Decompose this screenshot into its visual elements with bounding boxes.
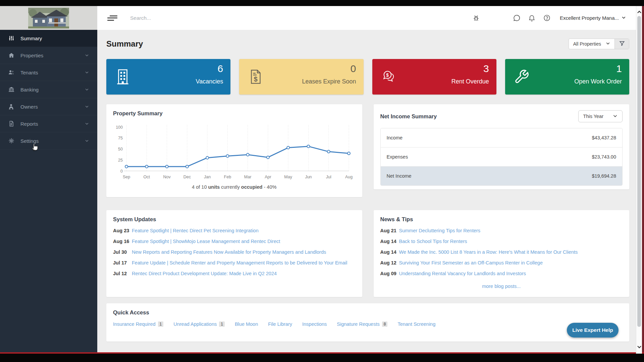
caption-percent: - 40% [262,184,276,190]
item-link[interactable]: Summer Decluttering Tips for Renters [399,227,481,234]
quick-access-unread-applications[interactable]: Unread Applications1 [173,321,225,327]
system-updates-panel: System Updates Aug 23Feature Spotlight |… [106,210,362,297]
sidebar-item-reports[interactable]: Reports [0,115,97,132]
quick-access-panel: Quick Access Insurance Required1Unread A… [106,303,629,342]
svg-text:Apr: Apr [265,175,271,179]
quick-access-inspections[interactable]: Inspections [302,321,327,327]
bank-icon [8,86,15,93]
svg-text:Sep: Sep [123,175,130,179]
help-icon[interactable] [543,14,551,22]
panels-row-2: System Updates Aug 23Feature Spotlight |… [106,210,629,297]
count-badge: 1 [158,321,164,327]
item-link[interactable]: We Made the Inc. 5000 List 8 Years in a … [399,249,578,255]
company-logo [0,6,97,30]
row-value: $43,437.28 [592,135,616,140]
list-item: Aug 14We Made the Inc. 5000 List 8 Years… [380,249,623,255]
svg-text:50: 50 [118,147,123,152]
chevron-down-icon [85,87,89,92]
card-value: 0 [351,63,356,74]
sidebar: SummaryPropertiesTenantsBankingOwnersRep… [0,6,97,352]
home-icon [8,52,15,59]
item-link[interactable]: Feature Update | Schedule Renter and Pro… [132,259,347,266]
item-link[interactable]: Back to School Tips for Renters [399,238,467,245]
card-open-work-order[interactable]: 1Open Work Order [505,59,629,95]
panel-title: News & Tips [380,216,623,223]
scroll-down-arrow-icon[interactable] [637,344,642,349]
vertical-scrollbar[interactable] [636,6,642,354]
sidebar-item-summary[interactable]: Summary [0,30,97,47]
svg-text:Jan: Jan [204,175,211,179]
sidebar-item-owners[interactable]: Owners [0,98,97,115]
filter-button[interactable] [614,39,629,49]
card-label: Vacancies [196,78,223,85]
item-date: Aug 09 [380,270,399,277]
svg-text:Feb: Feb [224,175,231,179]
svg-text:Dec: Dec [183,175,191,179]
svg-text:Jul: Jul [326,175,331,179]
list-item: Aug 16Feature Spotlight | ShowMojo Lease… [113,238,356,245]
property-filter-select[interactable]: All Properties [569,39,614,49]
net-income-table: Income$43,437.28Expenses$23,743.00Net In… [380,128,623,186]
card-vacancies[interactable]: 6Vacancies [106,59,230,95]
search-input[interactable] [129,15,275,21]
row-label: Expenses [387,154,408,160]
quick-access-file-library[interactable]: File Library [268,321,292,327]
item-link[interactable]: Understanding Rental Vacancy for Landlor… [399,270,526,277]
notifications-icon[interactable] [528,14,536,22]
user-group-icon [8,103,15,110]
quick-access-signature-requests[interactable]: Signature Requests8 [337,321,387,327]
item-link[interactable]: Feature Spotlight | ShowMojo Lease Manag… [132,238,280,245]
item-link[interactable]: Feature Spotlight | Rentec Direct Pet Sc… [132,227,259,234]
sidebar-item-label: Tenants [20,70,85,75]
sidebar-item-label: Banking [20,87,85,93]
card-leases-expire-soon[interactable]: $0Leases Expire Soon [239,59,363,95]
list-item: Jul 30New Reports and Reporting Features… [113,249,356,255]
app-window: SummaryPropertiesTenantsBankingOwnersRep… [0,0,644,362]
net-income-panel: Net Income Summary This Year Income$43,4… [374,104,630,189]
svg-text:$: $ [386,73,389,78]
link-label: Inspections [302,321,327,327]
sidebar-item-label: Properties [20,53,85,58]
svg-text:Mar: Mar [244,175,252,179]
account-menu[interactable]: Excellent Property Mana... [560,15,626,21]
item-link[interactable]: Rentec Direct Product Development Update… [132,270,277,277]
sidebar-item-tenants[interactable]: Tenants [0,64,97,81]
period-select[interactable]: This Year [578,110,623,122]
card-rent-overdue[interactable]: $3Rent Overdue [372,59,496,95]
item-date: Jul 30 [113,249,132,255]
header-icons: Excellent Property Mana... [472,14,626,22]
item-link[interactable]: New Reports and Reporting Features Now A… [132,249,326,255]
quick-access-insurance-required[interactable]: Insurance Required1 [113,321,163,327]
svg-text:0: 0 [120,169,123,174]
summary-cards: 6Vacancies$0Leases Expire Soon$3Rent Ove… [106,59,629,95]
funnel-icon [619,40,625,48]
more-blog-posts-link[interactable]: more blog posts... [380,284,623,289]
svg-text:25: 25 [118,158,123,163]
sidebar-item-label: Reports [20,121,85,127]
list-item: Aug 14Back to School Tips for Renters [380,238,623,245]
svg-text:100: 100 [116,125,123,130]
account-name: Excellent Property Mana... [560,15,619,21]
scroll-up-arrow-icon[interactable] [637,9,642,14]
scrollbar-thumb[interactable] [637,16,641,327]
sidebar-item-properties[interactable]: Properties [0,47,97,64]
item-date: Aug 14 [380,238,399,245]
quick-access-tenant-screening[interactable]: Tenant Screening [397,321,435,327]
sidebar-item-label: Owners [20,104,85,110]
live-expert-help-button[interactable]: Live Expert Help [567,323,619,338]
app-frame: SummaryPropertiesTenantsBankingOwnersRep… [0,6,636,352]
item-date: Jul 17 [113,259,132,266]
quick-access-blue-moon[interactable]: Blue Moon [235,321,258,327]
bug-report-icon[interactable] [472,14,480,22]
menu-toggle-icon[interactable] [107,14,117,22]
sidebar-item-settings[interactable]: Settings [0,132,97,149]
item-link[interactable]: Surviving Your First Semester as an Off-… [399,259,543,266]
chevron-down-icon [613,114,618,119]
chevron-down-icon [85,104,89,109]
page-title: Summary [106,39,143,49]
system-updates-list: Aug 23Feature Spotlight | Rentec Direct … [113,227,356,277]
sidebar-item-banking[interactable]: Banking [0,81,97,98]
messages-icon[interactable] [513,14,521,22]
chart-caption: 4 of 10 units currently occupied - 40% [113,184,356,190]
news-tips-list: Aug 21Summer Decluttering Tips for Rente… [380,227,623,277]
